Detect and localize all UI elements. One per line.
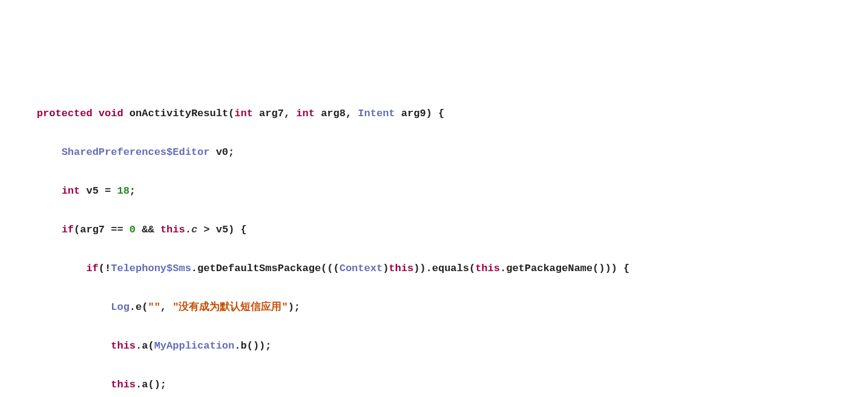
- keyword-this: this: [111, 379, 136, 390]
- type-telephony-sms: Telephony$Sms: [111, 263, 191, 274]
- string-literal: "": [148, 301, 160, 313]
- keyword-if: if: [62, 224, 74, 235]
- number-literal: 18: [117, 185, 129, 197]
- keyword-protected: protected: [37, 108, 93, 119]
- type-context: Context: [340, 263, 383, 274]
- number-literal: 0: [130, 224, 136, 235]
- function-name: onActivityResult: [130, 108, 228, 119]
- code-line: if(!Telephony$Sms.getDefaultSmsPackage((…: [12, 259, 856, 278]
- type-myapplication: MyApplication: [154, 340, 235, 352]
- code-line: if(arg7 == 0 && this.c > v5) {: [12, 220, 856, 240]
- keyword-int: int: [234, 108, 253, 119]
- string-literal: "没有成为默认短信应用": [173, 301, 288, 313]
- keyword-this: this: [160, 224, 185, 235]
- keyword-void: void: [99, 108, 123, 119]
- code-line: this.a(MyApplication.b());: [12, 336, 856, 356]
- code-line: protected void onActivityResult(int arg7…: [12, 104, 856, 123]
- member-c: c: [191, 224, 197, 235]
- keyword-this: this: [389, 263, 413, 274]
- code-line: this.a();: [12, 375, 856, 395]
- keyword-this: this: [111, 340, 136, 352]
- keyword-if: if: [86, 263, 98, 274]
- code-block: protected void onActivityResult(int arg7…: [12, 85, 856, 397]
- type-log: Log: [111, 301, 130, 313]
- keyword-this: this: [475, 263, 500, 274]
- code-line: SharedPreferences$Editor v0;: [12, 143, 856, 162]
- type-intent: Intent: [352, 108, 395, 119]
- code-line: int v5 = 18;: [12, 182, 856, 201]
- keyword-int: int: [62, 185, 81, 197]
- keyword-int: int: [290, 108, 315, 119]
- code-line: Log.e("", "没有成为默认短信应用");: [12, 298, 856, 317]
- type-sharedprefs: SharedPreferences$Editor: [62, 146, 210, 158]
